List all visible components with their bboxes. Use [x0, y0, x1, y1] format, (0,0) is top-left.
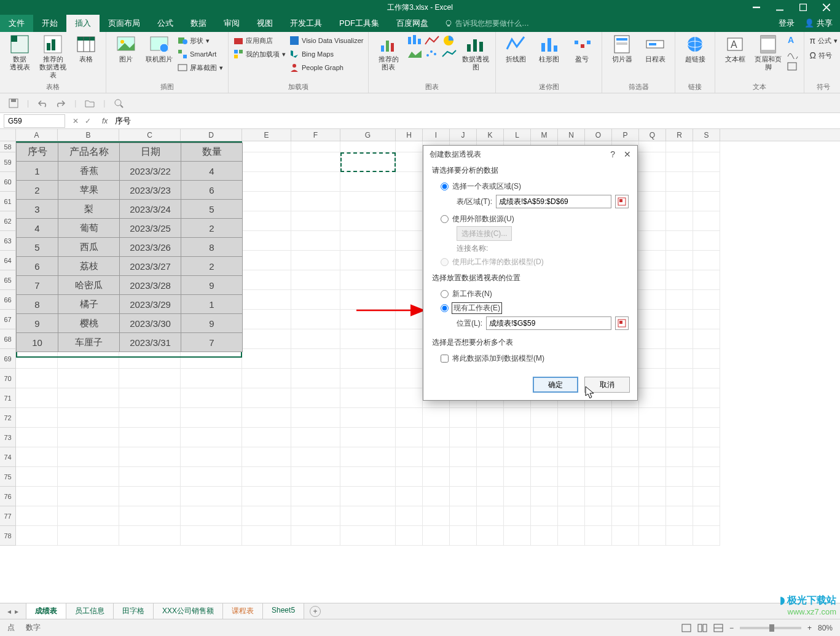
row-header[interactable]: 62 [0, 211, 16, 231]
tab-data[interactable]: 数据 [182, 15, 215, 32]
zoom-level[interactable]: 80% [818, 624, 833, 632]
row-header[interactable]: 59 [0, 152, 16, 172]
cell[interactable] [558, 487, 585, 506]
cell[interactable] [291, 192, 340, 211]
cell[interactable] [396, 172, 423, 192]
object-icon[interactable] [787, 61, 799, 73]
cell[interactable] [531, 487, 558, 506]
cell[interactable] [639, 349, 666, 369]
col-header[interactable]: I [423, 129, 450, 141]
tab-pdf[interactable]: PDF工具集 [331, 15, 388, 32]
cell[interactable] [291, 329, 340, 349]
tab-baidu[interactable]: 百度网盘 [388, 15, 437, 32]
cell[interactable] [693, 310, 720, 329]
cell[interactable] [242, 428, 291, 447]
cell[interactable] [58, 369, 119, 388]
login-link[interactable]: 登录 [779, 18, 795, 29]
cell[interactable] [291, 141, 340, 152]
symbol-button[interactable]: Ω 符号 [809, 49, 838, 61]
cell[interactable] [558, 467, 585, 487]
cell[interactable] [531, 526, 558, 546]
undo-icon[interactable] [37, 98, 47, 108]
appstore-button[interactable]: 应用商店 [234, 34, 286, 47]
sheet-nav-first-icon[interactable]: ◂ [7, 607, 11, 616]
recommended-pivot-button[interactable]: 推荐的 数据透视表 [38, 34, 68, 79]
tell-me[interactable]: 告诉我您想要做什么… [437, 15, 529, 32]
cell[interactable] [16, 388, 58, 408]
radio-new-worksheet[interactable] [441, 290, 449, 298]
sparkline-winloss-button[interactable]: 盈亏 [567, 34, 597, 63]
cell[interactable] [16, 526, 58, 546]
cell[interactable] [119, 506, 181, 526]
range-input[interactable] [496, 195, 611, 208]
cell[interactable] [181, 506, 242, 526]
col-header[interactable]: S [693, 129, 720, 141]
row-header[interactable]: 58 [0, 141, 16, 152]
redo-icon[interactable] [56, 98, 66, 108]
cell[interactable] [242, 211, 291, 231]
cell[interactable] [477, 447, 504, 467]
chart-area-icon[interactable] [407, 48, 423, 60]
col-header[interactable]: N [558, 129, 585, 141]
cell[interactable] [242, 270, 291, 290]
cell[interactable] [639, 211, 666, 231]
cell[interactable] [612, 428, 639, 447]
cell[interactable] [58, 506, 119, 526]
cell[interactable] [181, 447, 242, 467]
cell[interactable] [423, 447, 450, 467]
cell[interactable] [396, 290, 423, 310]
cell[interactable] [666, 152, 693, 172]
cell[interactable] [585, 408, 612, 428]
cell[interactable] [639, 408, 666, 428]
cell[interactable] [693, 467, 720, 487]
cell[interactable] [693, 369, 720, 388]
cell[interactable] [639, 310, 666, 329]
cell[interactable] [242, 506, 291, 526]
cell[interactable] [423, 487, 450, 506]
cell[interactable] [340, 526, 396, 546]
cell[interactable] [666, 447, 693, 467]
cell[interactable] [693, 152, 720, 172]
cell[interactable] [639, 388, 666, 408]
minimize-icon[interactable] [769, 1, 791, 14]
sheet-tab[interactable]: 员工信息 [66, 603, 114, 620]
cell[interactable] [504, 506, 531, 526]
row-header[interactable]: 61 [0, 192, 16, 211]
open-icon[interactable] [85, 98, 95, 108]
col-header[interactable]: E [242, 129, 291, 141]
print-preview-icon[interactable] [114, 98, 124, 108]
cell[interactable] [181, 369, 242, 388]
cell[interactable] [340, 192, 396, 211]
cell[interactable] [340, 349, 396, 369]
cell[interactable] [340, 211, 396, 231]
maximize-icon[interactable] [792, 1, 814, 14]
cell[interactable] [450, 526, 477, 546]
cell[interactable] [531, 408, 558, 428]
cell[interactable] [119, 526, 181, 546]
cell[interactable] [666, 428, 693, 447]
cancel-button[interactable]: 取消 [584, 377, 630, 393]
col-header[interactable]: H [396, 129, 423, 141]
row-header[interactable]: 60 [0, 172, 16, 192]
cell[interactable] [585, 428, 612, 447]
sheet-tab[interactable]: 成绩表 [26, 603, 66, 620]
cell[interactable] [58, 388, 119, 408]
cell[interactable] [291, 467, 340, 487]
cell[interactable] [531, 428, 558, 447]
sheet-tab[interactable]: Sheet5 [262, 603, 304, 620]
col-header[interactable]: F [291, 129, 340, 141]
cell[interactable] [477, 467, 504, 487]
pivottable-button[interactable]: 数据 透视表 [5, 34, 34, 71]
header-footer-button[interactable]: 页眉和页脚 [753, 34, 783, 71]
cell[interactable] [396, 329, 423, 349]
fx-icon[interactable]: fx [98, 117, 111, 125]
row-header[interactable]: 77 [0, 506, 16, 526]
col-header[interactable]: A [16, 129, 58, 141]
cell[interactable] [58, 487, 119, 506]
cell[interactable] [639, 506, 666, 526]
cell[interactable] [639, 192, 666, 211]
cell[interactable] [639, 251, 666, 270]
cell[interactable] [504, 447, 531, 467]
cell[interactable] [585, 447, 612, 467]
col-header[interactable]: G [340, 129, 396, 141]
